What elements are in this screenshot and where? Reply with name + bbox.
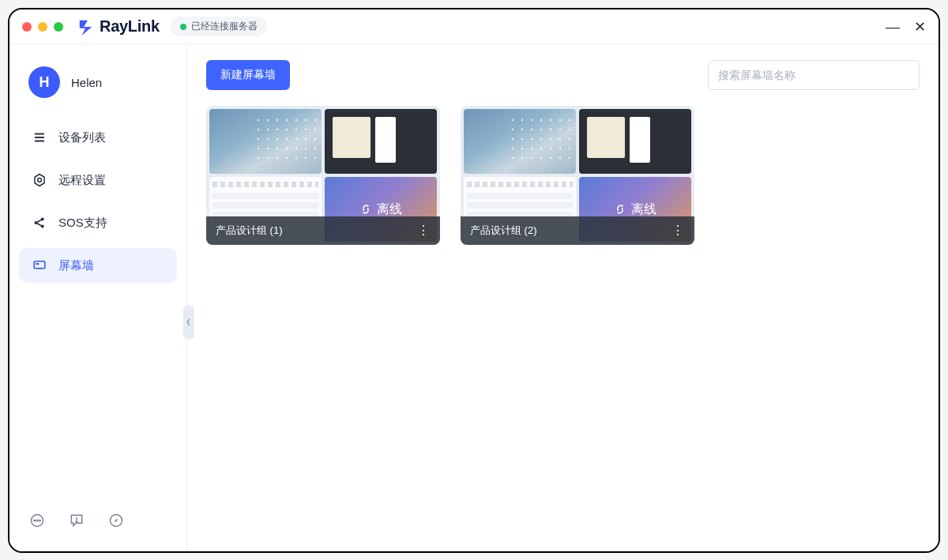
svg-marker-18 [115,519,118,523]
more-icon[interactable] [28,512,46,529]
sidebar-footer [9,512,186,551]
svg-point-14 [40,520,41,521]
sidebar-item-label: 屏幕墙 [58,258,94,273]
traffic-lights [22,22,63,32]
svg-rect-9 [36,263,40,265]
search-input[interactable] [708,60,920,90]
card-title: 产品设计组 (1) [216,224,283,238]
thumbnail-dark-app [325,109,437,174]
svg-point-16 [76,521,77,523]
connection-status: 已经连接服务器 [171,17,267,36]
sidebar-item-sos[interactable]: SOS支持 [19,205,177,240]
sidebar-collapse-handle[interactable] [183,305,194,340]
username: Helen [71,76,102,89]
feedback-icon[interactable] [68,512,85,529]
thumbnail-desktop [464,109,576,174]
sidebar-item-label: SOS支持 [58,216,107,231]
sidebar-item-screenwall[interactable]: 屏幕墙 [19,248,177,283]
thumbnail-dark-app [579,109,691,174]
offline-badge: 离线 [614,201,656,218]
close-window-icon[interactable] [22,22,32,32]
sidebar: H Helen 设备列表 远程设置 [9,44,187,551]
card-footer: 产品设计组 (1) ⋮ [206,216,440,245]
card-footer: 产品设计组 (2) ⋮ [461,216,694,245]
user-block[interactable]: H Helen [9,66,186,120]
svg-point-4 [38,179,42,182]
compass-icon[interactable] [107,512,125,529]
sidebar-item-label: 设备列表 [58,130,106,145]
create-screenwall-button[interactable]: 新建屏幕墙 [206,60,290,90]
offline-icon [359,203,372,216]
svg-marker-3 [35,175,44,186]
minimize-button[interactable]: — [886,20,900,34]
fullscreen-window-icon[interactable] [54,22,63,32]
list-icon [32,130,47,145]
card-more-button[interactable]: ⋮ [417,224,431,237]
minimize-window-icon[interactable] [38,22,47,32]
main-content: 新建屏幕墙 离线 产品设计组 (1) [187,44,939,551]
titlebar: RayLink 已经连接服务器 — ✕ [9,9,939,44]
card-title: 产品设计组 (2) [470,224,537,238]
screenwall-card[interactable]: 离线 产品设计组 (1) ⋮ [206,106,440,245]
body: H Helen 设备列表 远程设置 [9,44,939,551]
card-more-button[interactable]: ⋮ [672,224,685,237]
connection-status-label: 已经连接服务器 [191,20,258,33]
toolbar: 新建屏幕墙 [206,60,920,90]
screenwall-card[interactable]: 离线 产品设计组 (2) ⋮ [461,106,694,245]
avatar: H [28,66,60,98]
brand-name: RayLink [100,17,160,36]
screenwall-grid: 离线 产品设计组 (1) ⋮ 离线 [206,106,920,245]
brand: RayLink [77,17,160,36]
svg-point-12 [34,520,36,521]
app-window: RayLink 已经连接服务器 — ✕ H Helen 设备列表 [8,8,940,553]
offline-icon [614,203,626,216]
screenwall-icon [32,257,47,273]
svg-point-13 [36,520,38,521]
nav: 设备列表 远程设置 SOS支持 [9,120,186,283]
share-icon [32,215,47,231]
sidebar-item-devices[interactable]: 设备列表 [19,120,177,155]
window-controls: — ✕ [886,20,926,34]
brand-logo-icon [77,18,95,36]
sidebar-item-label: 远程设置 [58,173,106,188]
offline-badge: 离线 [359,201,402,218]
sidebar-item-remote-settings[interactable]: 远程设置 [19,163,177,197]
svg-rect-8 [34,261,45,269]
status-dot-icon [180,24,186,30]
thumbnail-desktop [209,109,322,174]
gear-icon [32,172,47,188]
close-button[interactable]: ✕ [914,20,926,34]
